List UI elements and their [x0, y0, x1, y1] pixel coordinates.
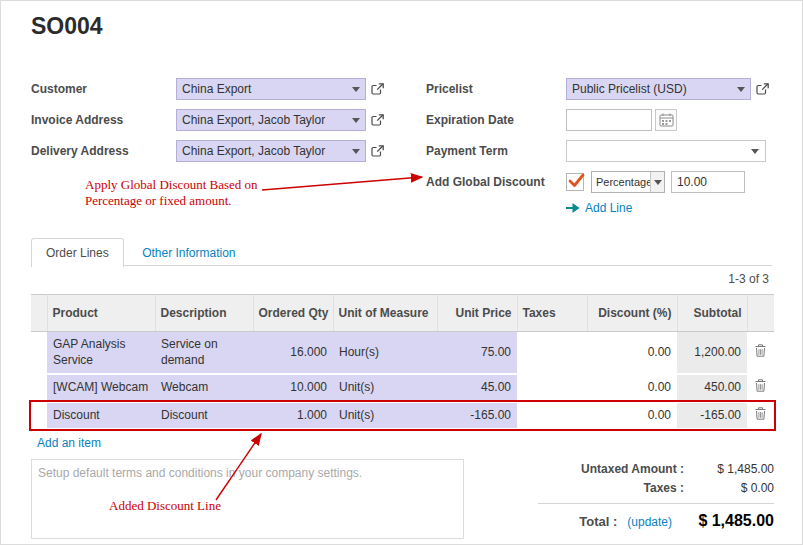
payment-term-label: Payment Term	[426, 144, 566, 158]
order-lines-table: Product Description Ordered Qty Unit of …	[31, 294, 774, 460]
expiration-date-input[interactable]	[566, 109, 652, 131]
add-item-row: Add an item	[31, 429, 774, 459]
cell-product: GAP Analysis Service	[47, 332, 155, 375]
add-line-arrow-icon	[566, 203, 580, 213]
pricelist-select[interactable]: Public Pricelist (USD)	[566, 78, 751, 100]
cell-description: Webcam	[155, 374, 253, 402]
col-header-subtotal: Subtotal	[677, 295, 747, 332]
col-header-delete	[747, 295, 774, 332]
tab-order-lines[interactable]: Order Lines	[31, 238, 124, 267]
annotation-discount-line: Added Discount Line	[109, 498, 221, 514]
add-an-item-link[interactable]: Add an item	[37, 436, 101, 450]
pricelist-label: Pricelist	[426, 82, 566, 96]
annotation-global-discount: Apply Global Discount Based on Percentag…	[85, 177, 285, 208]
update-total-link[interactable]: (update)	[627, 515, 672, 529]
cell-taxes	[517, 374, 587, 402]
cell-subtotal: 1,200.00	[677, 332, 747, 375]
total-value: $ 1,485.00	[672, 512, 774, 530]
external-link-icon[interactable]	[371, 145, 384, 158]
cell-taxes	[517, 332, 587, 375]
discount-type-select[interactable]: Percentage	[591, 171, 665, 193]
calendar-icon[interactable]	[655, 109, 677, 131]
cell-qty: 16.000	[253, 332, 333, 375]
form-left-column: Customer China Export Invoice Address Ch…	[31, 77, 411, 170]
total-label: Total :	[579, 514, 617, 529]
customer-label: Customer	[31, 82, 176, 96]
cell-discount: 0.00	[587, 374, 677, 402]
totals-summary: Untaxed Amount : $ 1,485.00 Taxes : $ 0.…	[538, 462, 774, 530]
cell-unit-price: 45.00	[437, 374, 517, 402]
cell-description: Discount	[155, 402, 253, 430]
cell-description: Service on demand	[155, 332, 253, 375]
cell-qty: 10.000	[253, 374, 333, 402]
global-discount-checkbox[interactable]	[566, 173, 584, 191]
col-header-taxes: Taxes	[517, 295, 587, 332]
delete-row-icon[interactable]	[755, 407, 766, 420]
cell-uom: Hour(s)	[333, 332, 437, 375]
cell-uom: Unit(s)	[333, 402, 437, 430]
row-handle	[31, 332, 47, 375]
check-icon	[570, 175, 583, 186]
invoice-address-value: China Export, Jacob Taylor	[182, 113, 348, 127]
invoice-address-select[interactable]: China Export, Jacob Taylor	[176, 109, 366, 131]
discount-type-value: Percentage	[592, 172, 650, 192]
external-link-icon[interactable]	[371, 114, 384, 127]
untaxed-amount-label: Untaxed Amount :	[538, 462, 696, 476]
pricelist-value: Public Pricelist (USD)	[572, 82, 733, 96]
cell-unit-price: -165.00	[437, 402, 517, 430]
cell-discount: 0.00	[587, 402, 677, 430]
delete-row-icon[interactable]	[755, 344, 766, 357]
cell-subtotal: 450.00	[677, 374, 747, 402]
customer-value: China Export	[182, 82, 348, 96]
cell-product: [WCAM] Webcam	[47, 374, 155, 402]
page-title: SO004	[31, 13, 103, 40]
taxes-label: Taxes :	[538, 481, 696, 495]
cell-unit-price: 75.00	[437, 332, 517, 375]
tab-other-information[interactable]: Other Information	[128, 239, 249, 267]
dropdown-caret-icon	[751, 149, 759, 154]
order-line-row-discount[interactable]: Discount Discount 1.000 Unit(s) -165.00 …	[31, 402, 774, 430]
col-header-unit-price: Unit Price	[437, 295, 517, 332]
order-line-row[interactable]: GAP Analysis Service Service on demand 1…	[31, 332, 774, 375]
dropdown-caret-icon	[352, 87, 360, 92]
cell-subtotal: -165.00	[677, 402, 747, 430]
payment-term-select[interactable]	[566, 140, 766, 162]
global-discount-label: Add Global Discount	[426, 175, 566, 189]
customer-select[interactable]: China Export	[176, 78, 366, 100]
external-link-icon[interactable]	[371, 83, 384, 96]
dropdown-caret-icon	[352, 118, 360, 123]
delivery-address-label: Delivery Address	[31, 144, 176, 158]
col-header-ordered-qty: Ordered Qty	[253, 295, 333, 332]
cell-product: Discount	[47, 402, 155, 430]
untaxed-amount-value: $ 1,485.00	[696, 462, 774, 476]
col-header-handle	[31, 295, 47, 332]
add-line-link[interactable]: Add Line	[566, 201, 778, 215]
pager: 1-3 of 3	[728, 272, 769, 286]
row-handle	[31, 374, 47, 402]
delivery-address-value: China Export, Jacob Taylor	[182, 144, 348, 158]
col-header-description: Description	[155, 295, 253, 332]
dropdown-caret-icon	[650, 172, 664, 192]
dropdown-caret-icon	[737, 87, 745, 92]
sale-order-page: SO004 Customer China Export Invoice Addr…	[0, 0, 803, 545]
dropdown-caret-icon	[352, 149, 360, 154]
cell-uom: Unit(s)	[333, 374, 437, 402]
expiration-date-label: Expiration Date	[426, 113, 566, 127]
cell-qty: 1.000	[253, 402, 333, 430]
delivery-address-select[interactable]: China Export, Jacob Taylor	[176, 140, 366, 162]
delete-row-icon[interactable]	[755, 379, 766, 392]
col-header-unit-of-measure: Unit of Measure	[333, 295, 437, 332]
add-line-label: Add Line	[585, 201, 632, 215]
row-handle	[31, 402, 47, 430]
invoice-address-label: Invoice Address	[31, 113, 176, 127]
external-link-icon[interactable]	[756, 83, 769, 96]
totals-divider	[538, 503, 774, 504]
taxes-value: $ 0.00	[696, 481, 774, 495]
cell-discount: 0.00	[587, 332, 677, 375]
order-line-row[interactable]: [WCAM] Webcam Webcam 10.000 Unit(s) 45.0…	[31, 374, 774, 402]
terms-textarea[interactable]	[31, 459, 464, 539]
form-right-column: Pricelist Public Pricelist (USD) Expirat…	[426, 77, 778, 215]
discount-amount-input[interactable]	[671, 171, 745, 193]
cell-taxes	[517, 402, 587, 430]
col-header-discount: Discount (%)	[587, 295, 677, 332]
